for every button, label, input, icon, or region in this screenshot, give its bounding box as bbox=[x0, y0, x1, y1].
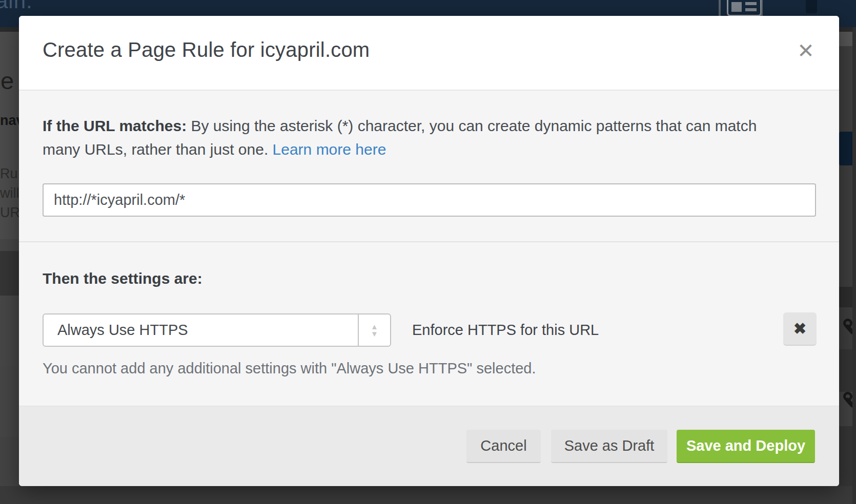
save-as-draft-button[interactable]: Save as Draft bbox=[551, 430, 667, 463]
modal-header: Create a Page Rule for icyapril.com ✕ bbox=[19, 16, 839, 91]
backdrop-heading-fragment: e bbox=[1, 67, 14, 95]
backdrop-text-fragment: UR bbox=[0, 205, 19, 221]
url-match-description: If the URL matches: By using the asteris… bbox=[43, 114, 757, 161]
setting-description: Enforce HTTPS for this URL bbox=[412, 313, 599, 347]
learn-more-link[interactable]: Learn more here bbox=[273, 141, 386, 158]
backdrop-text-fragment: will bbox=[0, 185, 19, 201]
url-match-text-line1: By using the asterisk (*) character, you… bbox=[187, 117, 757, 134]
select-stepper-icon[interactable]: ▲ ▼ bbox=[358, 314, 390, 346]
url-pattern-input[interactable] bbox=[43, 183, 816, 217]
backdrop-row bbox=[0, 366, 19, 437]
backdrop-table-header bbox=[0, 251, 19, 296]
url-match-text-line2: many URLs, rather than just one. bbox=[43, 141, 273, 158]
backdrop-content-left: e nav Ru will UR bbox=[0, 32, 19, 239]
backdrop-subbar bbox=[0, 27, 19, 32]
section-divider bbox=[19, 241, 839, 242]
backdrop-row bbox=[0, 239, 19, 251]
backdrop-bottom bbox=[0, 486, 856, 504]
backdrop-text-fragment: Ru bbox=[0, 166, 18, 182]
topbar-domain-text: ain. bbox=[0, 0, 33, 13]
cancel-button[interactable]: Cancel bbox=[466, 430, 541, 463]
news-card-icon bbox=[727, 0, 762, 16]
backdrop-text-fragment: nav bbox=[0, 113, 19, 129]
modal-footer: Cancel Save as Draft Save and Deploy bbox=[19, 406, 839, 486]
setting-select[interactable]: Always Use HTTPS ▲ ▼ bbox=[43, 313, 391, 347]
close-icon[interactable]: ✕ bbox=[791, 36, 820, 65]
settings-heading: Then the settings are: bbox=[43, 270, 202, 287]
modal-title: Create a Page Rule for icyapril.com bbox=[43, 38, 370, 61]
url-match-label: If the URL matches: bbox=[43, 117, 187, 134]
profile-icon bbox=[806, 0, 817, 13]
setting-select-value: Always Use HTTPS bbox=[57, 314, 188, 346]
setting-helper-text: You cannot add any additional settings w… bbox=[43, 360, 536, 377]
page-scrollbar[interactable] bbox=[852, 27, 856, 504]
topbar-separator bbox=[761, 0, 763, 16]
backdrop-row bbox=[0, 296, 19, 366]
save-and-deploy-button[interactable]: Save and Deploy bbox=[677, 430, 815, 463]
backdrop-row bbox=[0, 437, 19, 486]
remove-setting-button[interactable]: ✖ bbox=[783, 312, 817, 346]
topbar-separator bbox=[719, 0, 721, 16]
create-page-rule-modal: Create a Page Rule for icyapril.com ✕ If… bbox=[19, 16, 839, 486]
